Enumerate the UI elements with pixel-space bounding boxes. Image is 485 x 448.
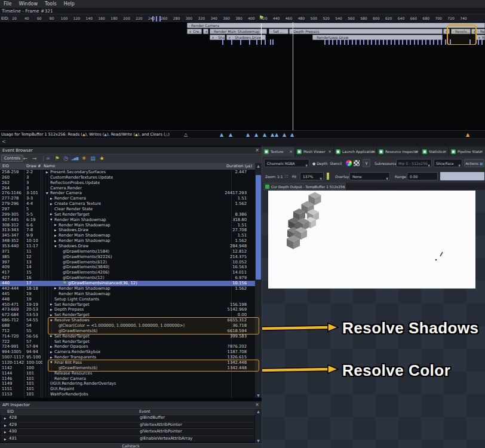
event-row[interactable]: 44017⚑glDrawElementsInstanced(36, 12)10.…: [0, 281, 255, 286]
api-inspector-scrollbar[interactable]: ▲ ▼: [255, 409, 262, 443]
scroll-up-icon[interactable]: ▲: [255, 409, 262, 413]
one-to-one-button[interactable]: 1:1: [277, 174, 283, 179]
overlay-dropdown[interactable]: None▼: [349, 172, 390, 180]
close-icon[interactable]: ×: [480, 147, 483, 157]
close-icon[interactable]: ×: [255, 401, 259, 409]
zoom-dots-icon[interactable]: ∷: [285, 174, 288, 179]
event-row[interactable]: 44819Setup Light Constants: [0, 297, 255, 302]
event-row[interactable]: 72257Set RenderTarget: [0, 339, 255, 345]
write-marker[interactable]: ▲: [290, 132, 294, 138]
event-row[interactable]: 345-3479-9▶Render Main Shadowmap1.51: [0, 233, 255, 238]
current-eid-flag-icon[interactable]: ⚑: [259, 14, 264, 22]
menu-tools[interactable]: Tools: [41, 0, 60, 8]
event-row[interactable]: 724-99157-94▶Render Opaques7876.202: [0, 344, 255, 349]
api-inspector-table[interactable]: ▶428glBindBuffer▶429glVertexAttribPointe…: [0, 415, 262, 443]
read-marker[interactable]: ▲: [466, 132, 469, 138]
event-row[interactable]: 2643Camera.Render: [0, 186, 255, 191]
write-marker[interactable]: ▲: [283, 132, 286, 138]
close-icon[interactable]: ×: [289, 147, 293, 157]
timeline-marker-region[interactable]: - Render Camera: [187, 23, 485, 28]
event-row[interactable]: 442-44418-18▶Render Main Shadowmap1.562: [0, 286, 255, 291]
color-wheel-icon[interactable]: [346, 160, 352, 166]
tab-resource-inspector[interactable]: Resource Inspector×: [377, 147, 420, 157]
close-icon[interactable]: ×: [415, 147, 418, 157]
scroll-left-icon[interactable]: <: [2, 139, 6, 145]
event-row[interactable]: 277-2783-3▶Render Camera1.51: [0, 196, 255, 201]
write-marker[interactable]: ▲: [263, 132, 266, 138]
zoom-value-dropdown[interactable]: 137%▼: [300, 172, 324, 180]
tab-mesh-viewer[interactable]: Mesh Viewer×: [295, 147, 334, 157]
event-row[interactable]: 38512glDrawElements(92226)214.375: [0, 254, 255, 260]
event-row[interactable]: 450-47119-19▶Set RenderTarget156.198: [0, 302, 255, 308]
clear-marker[interactable]: △: [184, 132, 188, 138]
col-eid[interactable]: EID: [7, 409, 14, 415]
channels-dropdown[interactable]: Channels RGBA▼: [264, 159, 309, 167]
texture-output-tab[interactable]: Cur Depth Output - TempBuffer 1 512x256: [263, 183, 346, 190]
find-event-icon[interactable]: ∞: [44, 155, 52, 162]
event-row[interactable]: 44519Render Main Shadowmap: [0, 291, 255, 297]
event-row[interactable]: 1153101WaitForRenderJobs: [0, 392, 255, 397]
event-row[interactable]: 1144101Release Resources: [0, 371, 255, 376]
tab-statistics[interactable]: Statistics×: [420, 147, 449, 157]
col-name[interactable]: Name: [44, 163, 55, 170]
event-row[interactable]: 42716glDrawElements(12)6.979: [0, 275, 255, 281]
event-row[interactable]: 40914glDrawElements(3840)16.563: [0, 265, 255, 270]
event-row[interactable]: 37111glDrawElements(1584)12.812: [0, 249, 255, 254]
horizontal-scroll-strip[interactable]: <: [0, 139, 485, 146]
event-row[interactable]: 1151101GUI.Repaint: [0, 386, 255, 392]
event-row[interactable]: 1146101Render Camera: [0, 376, 255, 382]
api-event-row[interactable]: ▶431glEnableVertexAttribArray: [1, 435, 254, 442]
event-row[interactable]: 258-2592-2▶Present.SecondarySurfaces2.44…: [0, 170, 255, 175]
write-marker[interactable]: ▲: [275, 132, 278, 138]
event-row[interactable]: 41715glDrawElements(4206)14.011: [0, 270, 255, 275]
export-icon[interactable]: ▤: [89, 155, 97, 162]
controls-button[interactable]: Controls: [1, 155, 23, 162]
col-event[interactable]: Event: [139, 409, 151, 415]
close-icon[interactable]: ×: [255, 147, 259, 154]
event-row[interactable]: 299-3055-5▶Set RenderTarget8.386: [0, 212, 255, 217]
menu-window[interactable]: Window: [15, 0, 41, 8]
expand-icon[interactable]: ▶: [4, 416, 6, 422]
event-row[interactable]: 313-3437-8▶Shadows.Draw27.708: [0, 228, 255, 233]
mip-dropdown[interactable]: Mip 0 - 512x256▼: [396, 159, 432, 167]
timeline-marker-region[interactable]: +: [203, 29, 208, 34]
depth-radio[interactable]: ● Depth: [312, 161, 327, 165]
event-row[interactable]: 308-3126-6▶Render Main Shadowmap1.51: [0, 223, 255, 228]
api-event-row[interactable]: ▶428glBindBuffer: [1, 415, 254, 421]
menu-file[interactable]: File: [0, 0, 15, 8]
close-icon[interactable]: ×: [328, 147, 331, 157]
event-row[interactable]: 994-100594-94▶Camera.RenderSkybox1187.70…: [0, 349, 255, 355]
write-marker[interactable]: ▲: [246, 132, 250, 138]
write-marker[interactable]: ▲: [220, 132, 223, 138]
event-row[interactable]: 714-72056-56▶Set RenderTarget399.583: [0, 334, 255, 339]
scroll-down-icon[interactable]: ▼: [255, 438, 262, 443]
tab-texture-viewer[interactable]: Texture Viewer×: [262, 147, 295, 157]
fit-button[interactable]: Fit: [292, 174, 296, 179]
slice-face-dropdown[interactable]: Slice/Face▼: [434, 159, 462, 167]
scrollbar-thumb[interactable]: [256, 175, 261, 280]
bookmark-flag-icon[interactable]: ⚑: [53, 155, 61, 162]
event-row[interactable]: 2603CustomRenderTextures.Update: [0, 175, 255, 180]
timeline-marker-region[interactable]: - Render Main Shadowmap: [210, 29, 267, 34]
event-row[interactable]: 1149101UGUI.Rendering.RenderOverlays: [0, 381, 255, 386]
event-row[interactable]: 353-44011-17▼Shadows.Draw284.948: [0, 244, 255, 249]
prev-event-icon[interactable]: ←: [22, 155, 29, 162]
actions-button[interactable]: Actions ▦: [464, 159, 484, 167]
api-event-row[interactable]: ▶429glVertexAttribPointer: [1, 422, 254, 428]
event-row[interactable]: 279-2964-4▶Create Camera Texture1.562: [0, 201, 255, 207]
write-marker[interactable]: ▲: [254, 132, 258, 138]
stencil-radio[interactable]: Stencil: [330, 161, 342, 165]
write-marker[interactable]: ▲: [229, 132, 232, 138]
close-icon[interactable]: ×: [443, 147, 447, 157]
menu-help[interactable]: Help: [60, 0, 78, 8]
event-row[interactable]: 348-35210-10▶Render Main Shadowmap1.562: [0, 238, 255, 244]
event-row[interactable]: 473-66920-53▶Depth Prepass5142.969: [0, 307, 255, 312]
timeline-tracks[interactable]: - Render Camera+ Cre...+- Render Main Sh…: [0, 22, 485, 45]
event-browser-table[interactable]: 258-2592-2▶Present.SecondarySurfaces2.44…: [0, 170, 262, 398]
checker-icon[interactable]: [354, 160, 360, 166]
timeline-marker-region[interactable]: + Cre...: [187, 29, 202, 34]
write-marker[interactable]: ▲: [271, 132, 274, 138]
event-row[interactable]: 2975Clear Render State: [0, 207, 255, 212]
col-eid[interactable]: EID: [2, 163, 9, 170]
stats-icon[interactable]: ▂▅▇: [71, 155, 79, 162]
